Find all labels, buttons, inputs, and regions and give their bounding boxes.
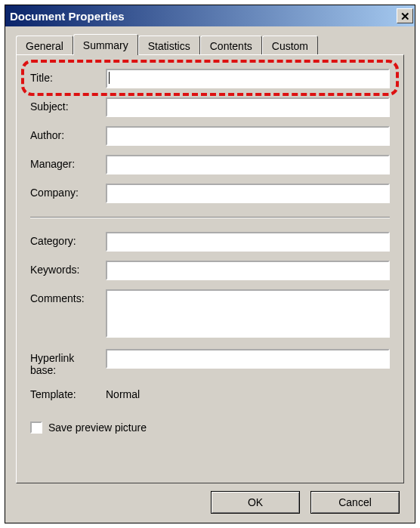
subject-label: Subject: bbox=[30, 97, 106, 113]
template-value: Normal bbox=[106, 385, 390, 400]
save-preview-row: Save preview picture bbox=[30, 421, 390, 434]
tab-statistics-label: Statistics bbox=[148, 40, 190, 52]
dialog-content: General Summary Statistics Contents Cust… bbox=[5, 26, 415, 523]
tab-custom-label: Custom bbox=[272, 40, 308, 52]
author-input[interactable] bbox=[106, 126, 390, 146]
save-preview-checkbox[interactable] bbox=[30, 421, 42, 434]
category-input[interactable] bbox=[106, 232, 390, 252]
window-title: Document Properties bbox=[10, 10, 125, 23]
tab-contents[interactable]: Contents bbox=[200, 36, 262, 55]
save-preview-label: Save preview picture bbox=[48, 421, 147, 434]
comments-label: Comments: bbox=[30, 289, 106, 304]
company-input[interactable] bbox=[106, 184, 390, 203]
ok-button-label: OK bbox=[248, 496, 263, 508]
subject-row: Subject: bbox=[30, 97, 390, 117]
company-label: Company: bbox=[30, 184, 106, 199]
comments-row: Comments: bbox=[30, 289, 390, 340]
ok-button[interactable]: OK bbox=[211, 491, 300, 514]
title-label: Title: bbox=[30, 69, 106, 84]
titlebar: Document Properties ✕ bbox=[5, 5, 415, 26]
close-button[interactable]: ✕ bbox=[397, 8, 413, 23]
hyperlink-base-label: Hyperlink base: bbox=[30, 349, 106, 376]
comments-input[interactable] bbox=[106, 289, 390, 338]
tab-strip: General Summary Statistics Contents Cust… bbox=[16, 34, 404, 55]
keywords-input[interactable] bbox=[106, 261, 390, 280]
cancel-button[interactable]: Cancel bbox=[310, 491, 400, 514]
dialog-button-bar: OK Cancel bbox=[16, 491, 404, 514]
summary-panel: Title: Subject: Author: Manager: bbox=[16, 54, 404, 483]
category-label: Category: bbox=[30, 232, 106, 247]
cancel-button-label: Cancel bbox=[338, 496, 372, 508]
title-input[interactable] bbox=[106, 69, 390, 88]
manager-row: Manager: bbox=[30, 155, 390, 174]
manager-label: Manager: bbox=[30, 155, 106, 170]
subject-input[interactable] bbox=[106, 97, 390, 117]
keywords-row: Keywords: bbox=[30, 261, 390, 280]
tab-statistics[interactable]: Statistics bbox=[138, 36, 200, 55]
template-label: Template: bbox=[30, 385, 106, 400]
keywords-label: Keywords: bbox=[30, 261, 106, 276]
author-row: Author: bbox=[30, 126, 390, 146]
tab-summary-label: Summary bbox=[83, 39, 128, 51]
hyperlink-base-label-line1: Hyperlink bbox=[30, 352, 74, 364]
section-divider bbox=[30, 217, 390, 218]
tab-summary[interactable]: Summary bbox=[73, 34, 138, 55]
close-icon: ✕ bbox=[400, 11, 410, 22]
tab-custom[interactable]: Custom bbox=[262, 36, 318, 55]
hyperlink-base-row: Hyperlink base: bbox=[30, 349, 390, 376]
template-row: Template: Normal bbox=[30, 385, 390, 400]
hyperlink-base-input[interactable] bbox=[106, 349, 390, 369]
manager-input[interactable] bbox=[106, 155, 390, 174]
tab-general[interactable]: General bbox=[16, 36, 73, 55]
tab-contents-label: Contents bbox=[210, 40, 252, 52]
document-properties-dialog: Document Properties ✕ General Summary St… bbox=[5, 5, 415, 523]
category-row: Category: bbox=[30, 232, 390, 252]
author-label: Author: bbox=[30, 126, 106, 141]
title-row: Title: bbox=[30, 69, 390, 88]
company-row: Company: bbox=[30, 184, 390, 203]
form-grid: Title: Subject: Author: Manager: bbox=[30, 69, 390, 434]
tab-general-label: General bbox=[26, 40, 63, 52]
text-caret bbox=[109, 72, 110, 84]
hyperlink-base-label-line2: base: bbox=[30, 364, 56, 376]
